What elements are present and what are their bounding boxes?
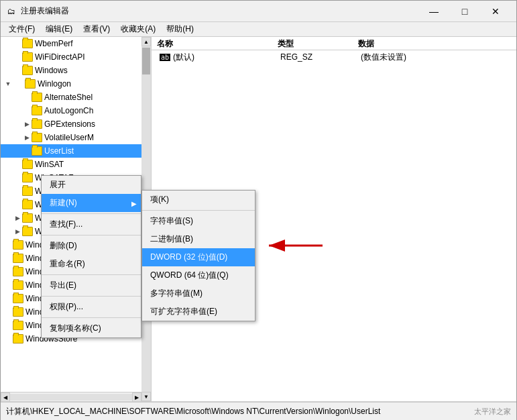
col-header-type: 类型 — [272, 37, 353, 50]
tree-item-gpextensions[interactable]: ▶ GPExtensions — [1, 117, 141, 131]
tree-item-autologon[interactable]: AutoLogonCh — [1, 104, 141, 117]
tree-label: AutoLogonCh — [44, 106, 93, 115]
scroll-up-btn[interactable]: ▲ — [141, 37, 151, 46]
menu-edit[interactable]: 编辑(E) — [40, 22, 78, 36]
menu-file[interactable]: 文件(F) — [3, 22, 40, 36]
ctx-item-permissions[interactable]: 权限(P)... — [42, 298, 141, 316]
tree-label: WinSAT — [35, 160, 64, 169]
sub-item-expandstring[interactable]: 可扩充字符串值(E) — [142, 303, 255, 321]
ctx-item-expand[interactable]: 展开 — [42, 176, 141, 194]
folder-icon — [22, 187, 33, 196]
tree-item-winlogon[interactable]: ▼ Winlogon — [1, 77, 141, 91]
sub-item-key[interactable]: 项(K) — [142, 191, 255, 209]
tree-item-wifidirectapi[interactable]: WiFiDirectAPI — [1, 50, 141, 64]
tree-label: VolatileUserM — [44, 133, 94, 142]
ctx-item-copy-name[interactable]: 复制项名称(C) — [42, 319, 141, 337]
separator — [142, 210, 255, 211]
ctx-item-rename[interactable]: 重命名(R) — [42, 255, 141, 273]
sub-item-dword[interactable]: DWORD (32 位)值(D) — [142, 248, 255, 266]
tree-item-winsat[interactable]: WinSAT — [1, 158, 141, 171]
expand-icon2 — [14, 79, 23, 89]
folder-icon — [22, 39, 33, 48]
expand-icon — [22, 93, 32, 102]
folder-icon — [22, 52, 33, 62]
table-row[interactable]: ab (默认) REG_SZ (数值未设置) — [152, 50, 516, 64]
expand-icon — [22, 106, 32, 115]
expand-icon — [3, 307, 13, 317]
folder-icon — [22, 173, 33, 182]
folder-icon — [32, 93, 42, 102]
sub-item-multistring[interactable]: 多字符串值(M) — [142, 284, 255, 303]
scroll-down-btn[interactable]: ▼ — [141, 392, 151, 401]
tree-hscrollbar[interactable]: ◀ ▶ — [1, 392, 141, 401]
expand-icon — [3, 294, 13, 303]
expand-icon — [13, 160, 22, 169]
tree-label: Windows — [35, 66, 68, 75]
sub-item-binary[interactable]: 二进制值(B) — [142, 230, 255, 248]
expand-icon — [22, 146, 32, 156]
tree-item-wbemperf[interactable]: WbemPerf — [1, 37, 141, 50]
title-bar: 🗂 注册表编辑器 — □ ✕ — [1, 1, 516, 22]
folder-icon — [22, 200, 33, 209]
scroll-right-btn[interactable]: ▶ — [132, 392, 141, 401]
close-button[interactable]: ✕ — [480, 1, 511, 22]
menu-help[interactable]: 帮助(H) — [161, 22, 199, 36]
tree-label: AlternateShel — [44, 93, 93, 102]
tree-label: WiFiDirectAPI — [35, 52, 85, 62]
expand-icon — [3, 334, 13, 344]
expand-icon — [3, 267, 13, 276]
tree-label: UserList — [44, 146, 74, 156]
tree-item-userlist[interactable]: UserList — [1, 144, 141, 158]
folder-icon — [13, 280, 23, 290]
expand-icon — [13, 52, 22, 62]
scroll-thumb[interactable] — [142, 48, 150, 74]
expand-icon — [3, 280, 13, 290]
tree-item-volatileuserm[interactable]: ▶ VolatileUserM — [1, 131, 141, 144]
expand-icon — [3, 254, 13, 263]
folder-icon — [22, 160, 33, 169]
sub-item-qword[interactable]: QWORD (64 位)值(Q) — [142, 266, 255, 284]
cell-data: (数值未设置) — [355, 52, 516, 63]
expand-icon: ▼ — [3, 79, 13, 89]
folder-icon — [22, 66, 33, 75]
tree-item-alternateshel[interactable]: AlternateShel — [1, 91, 141, 104]
tree-item-windows[interactable]: Windows — [1, 64, 141, 77]
tree-label: WbemPerf — [35, 39, 73, 48]
expand-icon: ▶ — [13, 213, 22, 223]
folder-icon — [32, 119, 42, 129]
scroll-left-btn[interactable]: ◀ — [1, 392, 10, 401]
menu-view[interactable]: 查看(V) — [78, 22, 115, 36]
minimize-button[interactable]: — — [418, 1, 449, 22]
folder-icon — [13, 321, 23, 330]
expand-icon — [3, 240, 13, 250]
folder-icon — [22, 227, 33, 236]
expand-icon — [3, 321, 13, 330]
separator — [42, 213, 141, 214]
folder-icon — [32, 133, 42, 142]
separator — [42, 296, 141, 297]
folder-icon — [13, 254, 23, 263]
ctx-item-export[interactable]: 导出(E) — [42, 276, 141, 295]
app-window: 🗂 注册表编辑器 — □ ✕ 文件(F) 编辑(E) 查看(V) 收藏夹(A) … — [0, 0, 517, 420]
col-header-data: 数据 — [353, 37, 516, 50]
status-path: 计算机\HKEY_LOCAL_MACHINE\SOFTWARE\Microsof… — [6, 406, 430, 417]
value-icon: ab — [160, 54, 170, 61]
cell-type: REG_SZ — [275, 52, 355, 62]
folder-icon — [32, 146, 42, 156]
maximize-button[interactable]: □ — [449, 1, 480, 22]
expand-icon: ▶ — [13, 227, 22, 236]
menu-favorites[interactable]: 收藏夹(A) — [115, 22, 161, 36]
ctx-item-new[interactable]: 新建(N) ▶ — [42, 194, 141, 212]
expand-icon: ▶ — [22, 119, 32, 129]
sub-item-string[interactable]: 字符串值(S) — [142, 212, 255, 230]
cell-name: ab (默认) — [154, 52, 275, 63]
col-header-name: 名称 — [152, 37, 272, 50]
expand-icon — [13, 173, 22, 182]
expand-icon — [13, 39, 22, 48]
separator — [42, 235, 141, 235]
separator — [42, 317, 141, 318]
ctx-item-delete[interactable]: 删除(D) — [42, 237, 141, 255]
folder-icon — [13, 267, 23, 276]
ctx-item-find[interactable]: 查找(F)... — [42, 215, 141, 233]
submenu-arrow: ▶ — [131, 199, 137, 207]
